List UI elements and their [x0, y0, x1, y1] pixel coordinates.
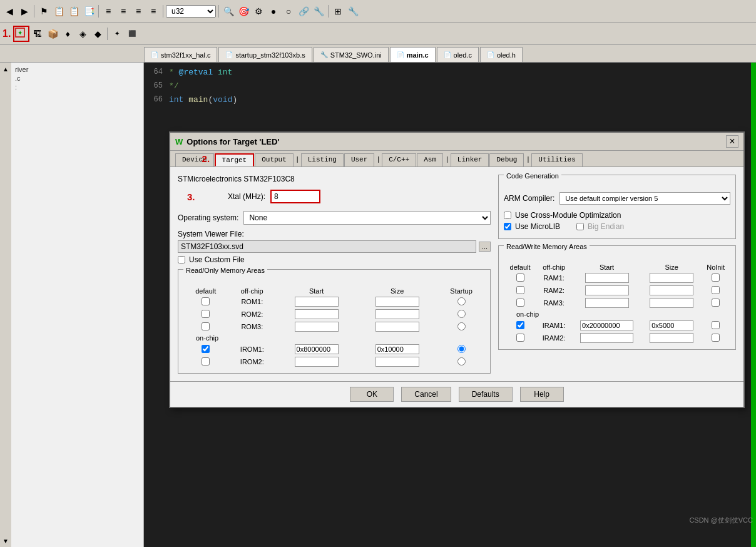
view-icon[interactable]: ⊞ — [331, 4, 345, 18]
dialog-close-button[interactable]: × — [726, 135, 738, 148]
iram2-default-check[interactable] — [516, 334, 524, 342]
tab-mainc[interactable]: 📄 main.c — [390, 47, 436, 62]
tab-target[interactable]: 2. Target — [215, 153, 255, 166]
defaults-button[interactable]: Defaults — [459, 387, 513, 402]
circle-icon[interactable]: ○ — [282, 4, 295, 18]
misc1-icon[interactable]: ✦ — [110, 27, 124, 41]
ram2-start[interactable] — [585, 285, 629, 295]
irom1-start[interactable] — [295, 344, 339, 354]
ram2-size[interactable] — [650, 285, 693, 295]
build5-icon[interactable]: ◆ — [91, 27, 105, 41]
forward-icon[interactable]: ▶ — [18, 4, 31, 18]
rom3-default-check[interactable] — [202, 322, 210, 330]
cancel-button[interactable]: Cancel — [401, 387, 451, 402]
iram2-noinit[interactable] — [712, 334, 720, 342]
tab-oledc[interactable]: 📄 oled.c — [437, 47, 479, 62]
tab-output[interactable]: Output — [255, 153, 294, 166]
dot-icon[interactable]: ● — [267, 4, 280, 18]
tab-oledh[interactable]: 📄 oled.h — [480, 47, 523, 62]
wrench-icon[interactable]: 🔧 — [346, 4, 360, 18]
ram3-noinit[interactable] — [712, 299, 720, 307]
tab-listing[interactable]: Listing — [301, 153, 344, 166]
tab-asm[interactable]: Asm — [417, 153, 443, 166]
list1-icon[interactable]: ≡ — [101, 4, 115, 18]
rom2-startup[interactable] — [457, 310, 466, 318]
back-icon[interactable]: ◀ — [3, 4, 16, 18]
irom2-startup[interactable] — [457, 357, 466, 366]
ram2-default-check[interactable] — [516, 286, 524, 294]
tab-utilities[interactable]: Utilities — [531, 153, 582, 166]
iram2-size[interactable] — [650, 333, 693, 343]
use-custom-checkbox[interactable] — [178, 256, 185, 263]
ram2-noinit[interactable] — [712, 286, 720, 294]
rom3-startup[interactable] — [457, 322, 466, 330]
help-button[interactable]: Help — [520, 387, 564, 402]
irom1-default-check[interactable] — [202, 345, 210, 353]
iram1-size[interactable] — [650, 320, 693, 330]
ram1-start[interactable] — [585, 273, 629, 283]
tab-startup[interactable]: 📄 startup_stm32f103xb.s — [218, 47, 312, 62]
irom2-size[interactable] — [375, 357, 419, 367]
irom2-default-check[interactable] — [202, 357, 210, 366]
tab-user[interactable]: User — [344, 153, 374, 166]
list2-icon[interactable]: ≡ — [116, 4, 130, 18]
build4-icon[interactable]: ◈ — [76, 27, 89, 41]
cross-module-checkbox[interactable] — [504, 212, 511, 219]
irom1-startup[interactable] — [457, 345, 466, 353]
rom2-start[interactable] — [295, 309, 339, 319]
iram1-start[interactable] — [580, 320, 633, 330]
ram1-size[interactable] — [650, 273, 693, 283]
gear-icon[interactable]: ⚙ — [252, 4, 265, 18]
rom3-start[interactable] — [295, 322, 339, 332]
tab-stm32hal[interactable]: 📄 stm32f1xx_hal.c — [144, 47, 217, 62]
tab-cpp[interactable]: C/C++ — [382, 153, 416, 166]
scroll-down-btn[interactable]: ▼ — [1, 536, 11, 546]
rom1-default-check[interactable] — [202, 297, 210, 305]
rom1-start[interactable] — [295, 297, 339, 307]
target-dropdown[interactable]: u32 — [166, 5, 216, 18]
microlib-checkbox[interactable] — [504, 223, 511, 230]
rom2-size[interactable] — [375, 309, 419, 319]
flag-icon[interactable]: ⚑ — [37, 4, 51, 18]
compile-icon[interactable]: 🏗 — [31, 27, 44, 41]
misc2-icon[interactable]: ⬛ — [125, 27, 139, 41]
list4-icon[interactable]: ≡ — [146, 4, 160, 18]
build3-icon[interactable]: ♦ — [61, 27, 74, 41]
ram3-size[interactable] — [650, 298, 693, 308]
tab-swo[interactable]: 🔧 STM32_SWO.ini — [314, 47, 389, 62]
rom1-size[interactable] — [375, 297, 419, 307]
os-dropdown[interactable]: None — [243, 211, 491, 225]
copy3-icon[interactable]: 📑 — [82, 4, 96, 18]
iram1-noinit[interactable] — [712, 321, 720, 329]
step1-icon[interactable]: ✦ — [13, 26, 29, 42]
ram1-default-check[interactable] — [516, 274, 524, 282]
rom2-default-check[interactable] — [202, 310, 210, 318]
ram1-noinit[interactable] — [712, 274, 720, 282]
big-endian-checkbox[interactable] — [576, 223, 584, 230]
settings-icon[interactable]: 🔧 — [312, 4, 325, 18]
tab-linker[interactable]: Linker — [451, 153, 489, 166]
table-row: IRAM2: — [504, 332, 730, 344]
search-icon[interactable]: 🔍 — [222, 4, 235, 18]
build2-icon[interactable]: 📦 — [46, 27, 59, 41]
ram3-start[interactable] — [585, 298, 629, 308]
compiler-dropdown[interactable]: Use default compiler version 5 Use defau… — [559, 192, 730, 205]
irom2-start[interactable] — [295, 357, 339, 367]
svf-browse-button[interactable]: ... — [479, 242, 491, 252]
iram1-default-check[interactable] — [516, 321, 524, 329]
rom3-size[interactable] — [375, 322, 419, 332]
ok-button[interactable]: OK — [350, 387, 394, 402]
scroll-up-btn[interactable]: ▲ — [1, 64, 11, 74]
copy2-icon[interactable]: 📋 — [67, 4, 81, 18]
irom1-size[interactable] — [375, 344, 419, 354]
iram2-start[interactable] — [580, 333, 633, 343]
xtal-input[interactable] — [270, 190, 320, 203]
svf-input[interactable] — [178, 240, 476, 253]
list3-icon[interactable]: ≡ — [131, 4, 145, 18]
ram3-default-check[interactable] — [516, 299, 524, 307]
copy1-icon[interactable]: 📋 — [52, 4, 66, 18]
target-icon[interactable]: 🎯 — [237, 4, 250, 18]
link-icon[interactable]: 🔗 — [297, 4, 310, 18]
tab-debug[interactable]: Debug — [489, 153, 524, 166]
rom1-startup[interactable] — [457, 297, 466, 305]
